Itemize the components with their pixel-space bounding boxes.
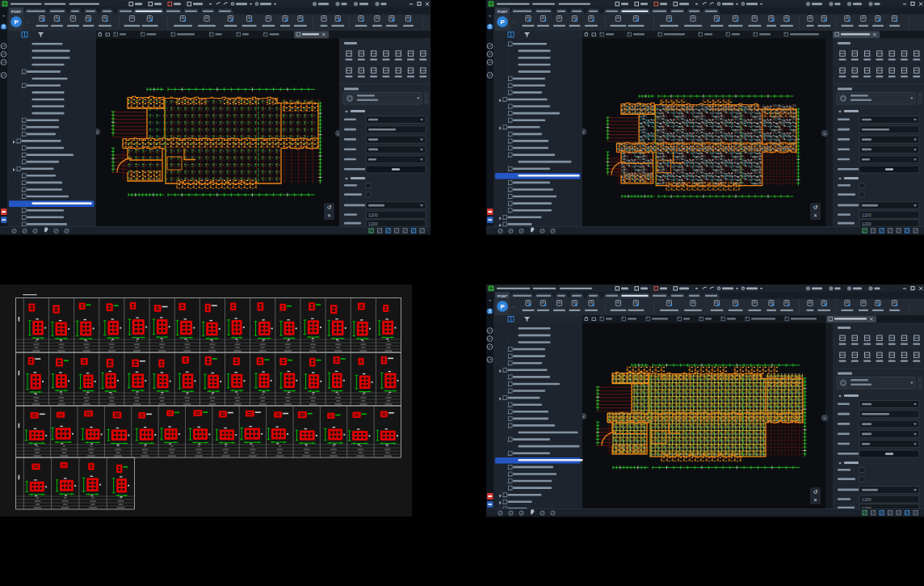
svg-text:1200: 1200 xyxy=(368,213,378,217)
svg-text:»: » xyxy=(489,13,491,18)
svg-text:↺: ↺ xyxy=(813,204,818,210)
svg-text:POST: POST xyxy=(498,294,507,298)
svg-text:↺: ↺ xyxy=(813,489,818,495)
svg-text:↺: ↺ xyxy=(327,204,332,210)
svg-text:×: × xyxy=(327,213,330,218)
svg-text:POST: POST xyxy=(11,10,21,14)
svg-text:1200: 1200 xyxy=(862,213,872,217)
svg-text:1200: 1200 xyxy=(862,221,872,226)
svg-text:P: P xyxy=(500,19,504,26)
svg-text:P: P xyxy=(14,19,18,26)
svg-text:P: P xyxy=(500,303,504,310)
svg-text:1200: 1200 xyxy=(368,221,378,226)
svg-text:1200: 1200 xyxy=(862,497,872,502)
svg-text:»: » xyxy=(2,13,5,18)
svg-text:POST: POST xyxy=(498,10,507,14)
svg-text:×: × xyxy=(813,213,817,218)
svg-text:»: » xyxy=(489,297,491,302)
svg-text:×: × xyxy=(813,497,817,503)
